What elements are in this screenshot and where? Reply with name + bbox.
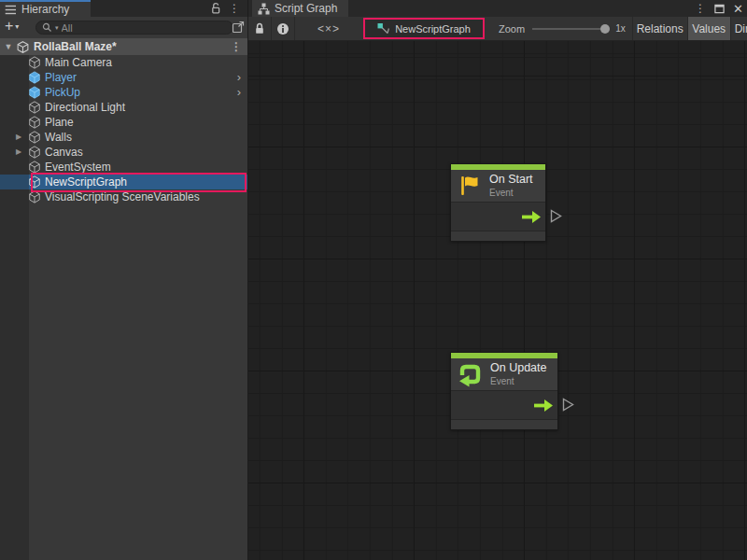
node-title: On Start xyxy=(489,174,533,187)
tree-item-label: Canvas xyxy=(45,146,83,159)
hierarchy-tabstrip: Hierarchy ⋮ xyxy=(0,0,247,17)
graph-toolbar: <×> NewScriptGraph Zoom 1x Relations xyxy=(248,17,747,41)
window-menu-icon[interactable]: ⋮ xyxy=(695,3,706,14)
prefab-cube-icon xyxy=(28,71,41,84)
zoom-label: Zoom xyxy=(499,23,525,35)
open-search-window-icon xyxy=(232,21,245,34)
node-footer xyxy=(451,231,545,241)
hierarchy-list-icon xyxy=(5,5,17,15)
hierarchy-unlock-button[interactable] xyxy=(210,1,221,16)
tree-item-directional-light[interactable]: Directional Light xyxy=(0,100,247,115)
variables-icon: <×> xyxy=(317,22,340,35)
gameobject-cube-icon xyxy=(28,190,41,203)
tree-item-pickup[interactable]: PickUp › xyxy=(0,85,247,100)
graph-breadcrumb-label: NewScriptGraph xyxy=(395,23,471,35)
info-icon xyxy=(276,22,289,35)
dim-label: Dim xyxy=(735,22,747,35)
graph-tab-label: Script Graph xyxy=(275,2,337,15)
prefab-cube-icon xyxy=(28,86,41,99)
tree-item-label: Plane xyxy=(45,116,74,129)
tree-item-newscriptgraph[interactable]: NewScriptGraph xyxy=(0,175,247,189)
maximize-icon[interactable] xyxy=(714,4,725,14)
flow-arrow-icon xyxy=(534,399,553,412)
hierarchy-tab-label: Hierarchy xyxy=(21,3,69,16)
node-header: On Start Event xyxy=(451,170,545,202)
output-port-icon[interactable] xyxy=(562,398,574,412)
script-graph-asset-icon xyxy=(377,22,389,35)
values-toggle-button[interactable]: Values xyxy=(688,17,730,40)
script-graph-panel: Script Graph ⋮ ✕ xyxy=(248,0,747,560)
zoom-slider-thumb[interactable] xyxy=(600,24,610,34)
zoom-value: 1x xyxy=(615,23,626,34)
node-header: On Update Event xyxy=(451,358,557,390)
gameobject-cube-icon xyxy=(28,175,41,189)
loop-icon xyxy=(458,362,483,387)
values-label: Values xyxy=(692,22,726,35)
tab-script-graph[interactable]: Script Graph xyxy=(252,0,348,17)
tree-item-scenevariables[interactable]: VisualScripting SceneVariables xyxy=(0,189,247,204)
scene-menu-icon[interactable]: ⋮ xyxy=(231,41,242,52)
dim-toggle-button[interactable]: Dim xyxy=(731,17,747,40)
expand-arrow-icon[interactable]: ▶ xyxy=(16,148,21,156)
flag-icon xyxy=(458,174,482,198)
node-port-row xyxy=(451,390,557,419)
lock-icon xyxy=(254,22,265,35)
gameobject-cube-icon xyxy=(28,131,41,144)
tree-item-label: Main Camera xyxy=(45,56,112,69)
flow-arrow-icon xyxy=(522,211,541,223)
node-on-start[interactable]: On Start Event xyxy=(450,163,546,242)
graph-info-button[interactable] xyxy=(272,17,294,40)
unlock-icon xyxy=(210,2,221,15)
node-title: On Update xyxy=(490,362,546,375)
tree-item-main-camera[interactable]: Main Camera xyxy=(0,55,247,70)
node-footer xyxy=(451,419,557,429)
hierarchy-toolbar: + ▾ ▾ xyxy=(0,17,247,38)
kebab-menu-icon: ⋮ xyxy=(229,3,240,14)
tree-item-eventsystem[interactable]: EventSystem xyxy=(0,160,247,175)
graph-tree-icon xyxy=(258,3,270,15)
close-icon[interactable]: ✕ xyxy=(733,3,743,15)
scene-header[interactable]: ▼ RollaBall Maze* ⋮ xyxy=(0,38,247,55)
prefab-chevron-icon[interactable]: › xyxy=(237,85,241,100)
gameobject-cube-icon xyxy=(28,101,41,114)
graph-canvas[interactable]: On Start Event xyxy=(248,41,747,560)
tree-item-player[interactable]: Player › xyxy=(0,70,247,85)
window-controls: ⋮ ✕ xyxy=(695,1,743,16)
search-filter-caret-icon: ▾ xyxy=(55,24,59,32)
tree-item-label: NewScriptGraph xyxy=(45,175,127,189)
node-port-row xyxy=(451,202,545,231)
output-port-icon[interactable] xyxy=(550,209,562,223)
tree-item-label: EventSystem xyxy=(45,161,111,174)
graph-lock-button[interactable] xyxy=(248,17,271,40)
graph-breadcrumb-button[interactable]: NewScriptGraph xyxy=(363,18,485,39)
expand-arrow-icon[interactable]: ▶ xyxy=(16,133,21,141)
search-input[interactable] xyxy=(62,22,202,34)
plus-icon: + xyxy=(5,19,13,34)
scene-foldout-icon[interactable]: ▼ xyxy=(0,42,17,51)
graph-variables-button[interactable]: <×> xyxy=(295,17,362,40)
tree-item-label: Directional Light xyxy=(45,101,125,114)
hierarchy-search-field[interactable]: ▾ xyxy=(35,21,233,35)
tree-item-plane[interactable]: Plane xyxy=(0,115,247,130)
tree-item-label: Player xyxy=(45,71,77,84)
relations-label: Relations xyxy=(637,22,684,35)
relations-toggle-button[interactable]: Relations xyxy=(633,17,687,40)
gameobject-cube-icon xyxy=(28,56,41,69)
node-subtitle: Event xyxy=(489,188,533,198)
search-icon xyxy=(42,22,52,33)
hierarchy-panel: Hierarchy ⋮ + ▾ ▾ xyxy=(0,0,247,560)
search-window-button[interactable] xyxy=(232,21,245,37)
node-on-update[interactable]: On Update Event xyxy=(450,352,558,430)
unity-editor-window: Hierarchy ⋮ + ▾ ▾ xyxy=(0,0,747,560)
hierarchy-menu-button[interactable]: ⋮ xyxy=(229,1,240,16)
tab-hierarchy[interactable]: Hierarchy xyxy=(0,0,91,17)
tree-item-canvas[interactable]: ▶ Canvas xyxy=(0,145,247,160)
tree-item-label: PickUp xyxy=(45,86,80,99)
tree-item-label: VisualScripting SceneVariables xyxy=(45,190,200,203)
hierarchy-tree: Main Camera Player › PickUp › Directiona… xyxy=(0,55,247,204)
zoom-slider[interactable] xyxy=(532,28,607,30)
dropdown-caret-icon: ▾ xyxy=(15,22,19,31)
create-object-button[interactable]: + ▾ xyxy=(5,19,19,34)
prefab-chevron-icon[interactable]: › xyxy=(237,70,241,85)
tree-item-walls[interactable]: ▶ Walls xyxy=(0,130,247,145)
